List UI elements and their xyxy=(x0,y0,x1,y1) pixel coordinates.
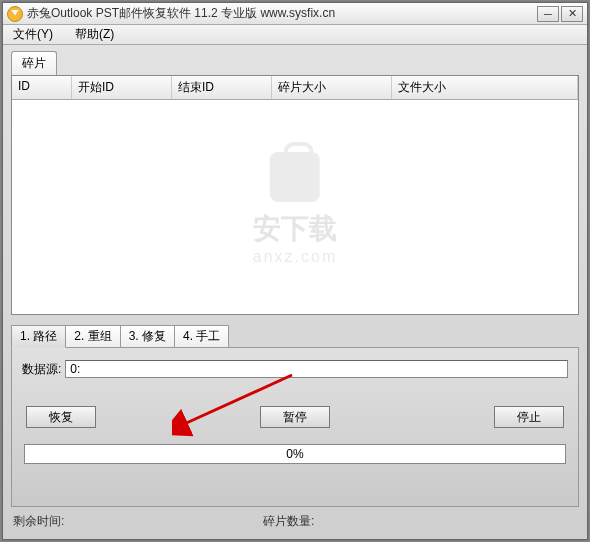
menu-file[interactable]: 文件(Y) xyxy=(7,24,59,45)
window-controls: ─ ✕ xyxy=(537,6,583,22)
lower-tabset: 1. 路径 2. 重组 3. 修复 4. 手工 xyxy=(11,325,579,348)
titlebar: 赤兔Outlook PST邮件恢复软件 11.2 专业版 www.sysfix.… xyxy=(3,3,587,25)
pause-button[interactable]: 暂停 xyxy=(260,406,330,428)
col-end-id[interactable]: 结束ID xyxy=(172,76,272,99)
watermark-text1: 安下载 xyxy=(253,210,337,248)
status-fragcount: 碎片数量: xyxy=(263,513,314,530)
close-button[interactable]: ✕ xyxy=(561,6,583,22)
app-icon xyxy=(7,6,23,22)
top-tabset: 碎片 xyxy=(11,51,579,75)
menubar: 文件(Y) 帮助(Z) xyxy=(3,25,587,45)
col-start-id[interactable]: 开始ID xyxy=(72,76,172,99)
status-bar: 剩余时间: 碎片数量: xyxy=(11,513,579,530)
source-input[interactable] xyxy=(65,360,568,378)
tab-reassemble[interactable]: 2. 重组 xyxy=(65,325,120,348)
source-label: 数据源: xyxy=(22,361,61,378)
stop-button[interactable]: 停止 xyxy=(494,406,564,428)
col-id[interactable]: ID xyxy=(12,76,72,99)
fragment-list: ID 开始ID 结束ID 碎片大小 文件大小 安下载 anxz.com xyxy=(11,75,579,315)
watermark-text2: anxz.com xyxy=(253,248,337,266)
list-body: 安下载 anxz.com xyxy=(12,100,578,315)
tab-repair[interactable]: 3. 修复 xyxy=(120,325,175,348)
tab-path[interactable]: 1. 路径 xyxy=(11,325,66,348)
status-remaining: 剩余时间: xyxy=(13,513,263,530)
lower-panel: 数据源: 恢复 暂停 停止 0% xyxy=(11,347,579,507)
source-row: 数据源: xyxy=(22,360,568,378)
recover-button[interactable]: 恢复 xyxy=(26,406,96,428)
col-file-size[interactable]: 文件大小 xyxy=(392,76,578,99)
tab-manual[interactable]: 4. 手工 xyxy=(174,325,229,348)
progress-bar: 0% xyxy=(24,444,566,464)
watermark: 安下载 anxz.com xyxy=(253,152,337,266)
main-window: 赤兔Outlook PST邮件恢复软件 11.2 专业版 www.sysfix.… xyxy=(2,2,588,540)
button-row: 恢复 暂停 停止 xyxy=(22,406,568,428)
bag-icon xyxy=(270,152,320,202)
col-frag-size[interactable]: 碎片大小 xyxy=(272,76,392,99)
content-area: 碎片 ID 开始ID 结束ID 碎片大小 文件大小 安下载 anxz.com 1… xyxy=(3,45,587,539)
list-header: ID 开始ID 结束ID 碎片大小 文件大小 xyxy=(12,76,578,100)
tab-fragments[interactable]: 碎片 xyxy=(11,51,57,75)
menu-help[interactable]: 帮助(Z) xyxy=(69,24,120,45)
window-title: 赤兔Outlook PST邮件恢复软件 11.2 专业版 www.sysfix.… xyxy=(27,5,537,22)
lower-section: 1. 路径 2. 重组 3. 修复 4. 手工 数据源: 恢复 暂停 停止 xyxy=(11,325,579,507)
annotation-arrow xyxy=(172,370,302,440)
minimize-button[interactable]: ─ xyxy=(537,6,559,22)
